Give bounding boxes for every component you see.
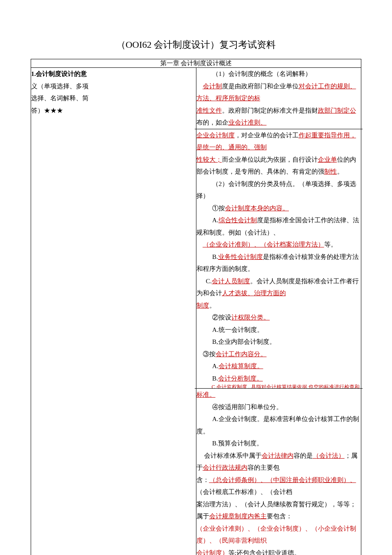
t: 等:还包含会计职业道德。 bbox=[228, 549, 300, 555]
t: C. bbox=[206, 278, 212, 285]
section1-l3: 选择、名词解释、简 bbox=[31, 92, 196, 105]
t: 政部门制定公 bbox=[318, 107, 356, 114]
t: A. bbox=[212, 363, 219, 369]
t: 。政府部门制定的标准文件是指财 bbox=[222, 107, 318, 114]
t: 标准。 bbox=[196, 391, 216, 398]
stars-icon: ★★★ bbox=[44, 107, 63, 114]
sec1-h1: （1）会计制度的概念（名词解释） bbox=[196, 68, 361, 80]
t: B,企业内部会计制度。 bbox=[196, 336, 361, 348]
t: ③按 bbox=[203, 351, 216, 357]
t: 综合性会计制 bbox=[219, 217, 257, 224]
t: ①按 bbox=[212, 205, 225, 212]
t: （企业会计准则）、（企业会计制度）、（小企业会计制度）、（民间非营利组织 bbox=[196, 525, 356, 544]
t: 要包含： bbox=[267, 513, 292, 520]
t: 制度 bbox=[196, 302, 209, 309]
section1-left: 1.会计制度设计的意 义（单项选择、多项 选择、名词解释、简 答）★★★ bbox=[31, 68, 196, 555]
t: 而企业单位以此为依据，自行设计 bbox=[222, 156, 318, 163]
t: 会计人员制度 bbox=[212, 278, 250, 285]
t: B. bbox=[212, 375, 218, 382]
t: 制性 bbox=[324, 168, 337, 175]
t: 。 bbox=[209, 302, 216, 309]
t: （总会计师条例）、（中国注册会计师职业准则）、 bbox=[209, 477, 356, 483]
t: 会计规章制度内爸主 bbox=[209, 513, 267, 520]
section1-right: （1）会计制度的概念（名词解释） 会计制度是由政府部门和企业单位对会计工作的规则… bbox=[196, 68, 361, 555]
t: 会计法律内 bbox=[262, 452, 294, 459]
section1-num: 1.会计制度设计的意 bbox=[31, 70, 87, 77]
t: ④按适用部门和单位分。 bbox=[196, 401, 361, 413]
t: A. bbox=[212, 217, 219, 224]
t: 容的主要包 bbox=[248, 464, 280, 471]
t: A.企业会计制度。是标准营利单位会计核算工作的制度。 bbox=[196, 413, 361, 437]
t: 业务性会计制度 bbox=[218, 253, 263, 260]
t: A.统一会计制度。 bbox=[196, 324, 361, 336]
section1-l4: 答） bbox=[31, 107, 44, 114]
t: 性较大； bbox=[196, 156, 222, 163]
chapter-header: 第一章 会计制度设计概述 bbox=[31, 59, 361, 68]
t: 含： bbox=[196, 477, 209, 483]
t: B. bbox=[212, 253, 218, 260]
page-title: （OOI62 会计制度设计）复习考试资料 bbox=[31, 38, 361, 51]
t: （会计法） bbox=[313, 452, 345, 459]
t: （企业会计准则）、（会计档案治理方法） bbox=[203, 241, 324, 248]
t: ，对企业单位的会计工 bbox=[235, 132, 299, 139]
t: 计权限分类。 bbox=[231, 314, 270, 321]
t: ②按设 bbox=[212, 314, 231, 321]
content-table: 第一章 会计制度设计概述 1.会计制度设计的意 义（单项选择、多项 选择、名词解… bbox=[31, 59, 361, 555]
t: B.预算会计制度。 bbox=[196, 437, 361, 450]
t: 等。 bbox=[324, 241, 337, 248]
section1-l2: 义（单项选择、多项 bbox=[31, 80, 196, 93]
t: 会计分析制度。 bbox=[218, 375, 263, 382]
t: 业会计准则、 bbox=[228, 119, 267, 126]
t: （会计根底工作标准）、（会计档 bbox=[196, 488, 292, 495]
t: 度是由政府部门和企业单位 bbox=[222, 83, 299, 90]
sec1-h2: （2）会计制度的分类及特点。（单项选择、多项选择） bbox=[196, 178, 361, 202]
t: 会计行政法规内 bbox=[203, 464, 248, 471]
t: 准性文件 bbox=[196, 107, 222, 114]
t: 企业单 bbox=[318, 156, 337, 163]
cut-line: C 会计监权制度 . 具指对会计核算结果依据 也空的标准进行检查和验证的会计 bbox=[196, 384, 361, 388]
t: 会计制 bbox=[203, 83, 222, 90]
t: 人才选拔、治理方面的 bbox=[222, 290, 286, 296]
t: 会计核算制度。 bbox=[219, 363, 263, 369]
t: 会计制度本身的内容。 bbox=[225, 205, 289, 212]
t: 会计标准体系中属于 bbox=[204, 452, 262, 459]
t: 会计制度） bbox=[196, 549, 228, 555]
t: 会计工作内容分。 bbox=[216, 351, 267, 357]
t: 布的，如企 bbox=[196, 119, 228, 126]
t: 企业会计制度 bbox=[196, 132, 235, 139]
t: 容的是 bbox=[294, 452, 313, 459]
t: 。 bbox=[337, 168, 343, 175]
